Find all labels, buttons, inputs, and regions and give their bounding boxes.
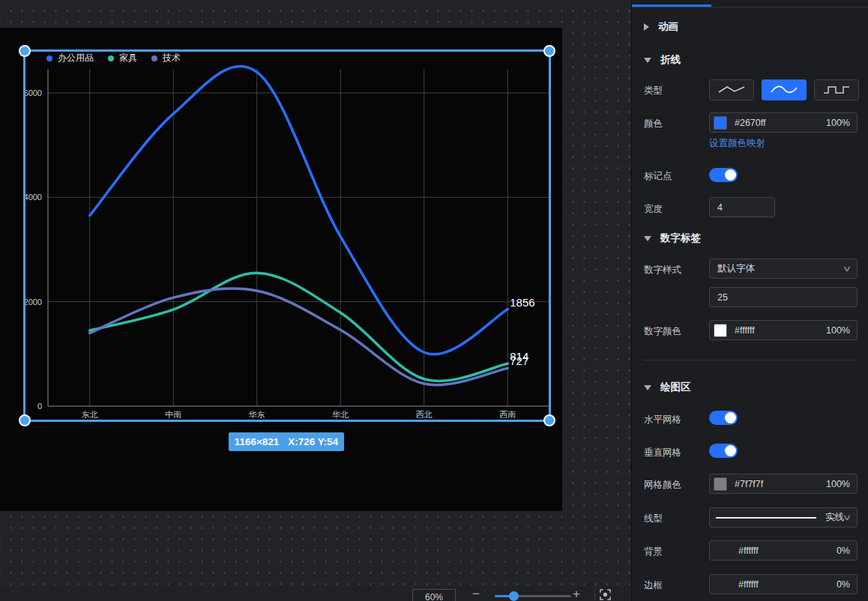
y-axis-tick-label: 0 xyxy=(37,402,42,411)
resize-handle-top-left[interactable] xyxy=(19,45,31,57)
section-line[interactable]: 折线 xyxy=(644,54,681,66)
number-size-input[interactable]: 25 xyxy=(709,287,858,307)
section-animation-label: 动画 xyxy=(658,20,678,34)
line-width-input[interactable]: 4 xyxy=(709,197,775,217)
number-color-field[interactable]: #ffffff 100% xyxy=(709,320,858,340)
line-color-opacity: 100% xyxy=(826,118,850,128)
number-size-value: 25 xyxy=(717,292,728,303)
data-point-label: 727 xyxy=(510,354,528,367)
grid-color-opacity: 100% xyxy=(826,479,850,489)
x-axis-tick-label: 华北 xyxy=(331,410,349,419)
step-line-icon xyxy=(822,82,852,97)
zoom-level-value: 60% xyxy=(425,592,443,601)
fit-to-screen-icon[interactable] xyxy=(599,588,612,601)
line-color-field[interactable]: #2670ff 100% xyxy=(709,112,858,133)
grid-color-hex: #7f7f7f xyxy=(735,479,763,489)
y-axis-tick-label: 4000 xyxy=(24,193,42,202)
number-color-hex: #ffffff xyxy=(735,325,755,336)
number-color-opacity: 100% xyxy=(826,325,850,336)
panel-tab-divider xyxy=(632,7,868,7)
border-label: 边框 xyxy=(644,579,663,592)
number-style-label: 数字样式 xyxy=(644,264,681,277)
legend-label: 办公用品 xyxy=(58,52,94,64)
vgrid-label: 垂直网格 xyxy=(644,447,681,459)
line-style-label: 线型 xyxy=(644,513,663,525)
zoom-in-button[interactable]: + xyxy=(573,587,580,601)
x-axis-tick-label: 华东 xyxy=(248,410,265,419)
size-position-tooltip: 1166×821 X:726 Y:54 xyxy=(229,432,344,451)
series-line xyxy=(90,66,508,354)
section-line-label: 折线 xyxy=(660,53,681,67)
background-color-hex: #ffffff xyxy=(738,546,759,556)
x-axis-tick-label: 东北 xyxy=(82,410,98,419)
y-axis-tick-label: 6000 xyxy=(24,88,42,97)
zoom-slider-track[interactable] xyxy=(495,595,571,597)
resize-handle-bottom-left[interactable] xyxy=(19,414,31,426)
line-style-select[interactable]: 实线 ∨ xyxy=(709,507,858,528)
number-style-select[interactable]: 默认字体 ∨ xyxy=(709,259,858,279)
number-style-value: 默认字体 xyxy=(717,262,755,275)
line-color-hex: #2670ff xyxy=(735,118,765,128)
legend-dot-icon xyxy=(46,55,52,61)
zoom-level-select[interactable]: 60% xyxy=(412,589,456,601)
legend-item[interactable]: 家具 xyxy=(108,52,137,64)
line-type-straight-button[interactable] xyxy=(709,79,754,100)
toggle-knob xyxy=(725,445,736,456)
background-color-field[interactable]: #ffffff 0% xyxy=(709,540,858,561)
type-label: 类型 xyxy=(644,85,663,97)
resize-handle-top-right[interactable] xyxy=(543,45,555,57)
background-opacity: 0% xyxy=(837,546,850,556)
section-animation[interactable]: 动画 xyxy=(644,21,678,33)
chevron-down-icon: ∨ xyxy=(843,513,852,522)
toggle-knob xyxy=(725,169,736,181)
zigzag-line-icon xyxy=(717,82,747,97)
zoom-slider-knob[interactable] xyxy=(509,591,519,601)
border-color-field[interactable]: #ffffff 0% xyxy=(709,574,858,594)
grid-color-swatch[interactable] xyxy=(714,477,727,491)
section-divider xyxy=(644,360,858,360)
horizontal-grid-toggle[interactable] xyxy=(709,411,738,425)
active-tab-indicator xyxy=(632,4,711,7)
legend-dot-icon xyxy=(151,55,157,61)
smooth-curve-icon xyxy=(769,82,799,97)
x-axis-tick-label: 西南 xyxy=(499,410,516,419)
vertical-grid-toggle[interactable] xyxy=(709,444,738,458)
border-opacity: 0% xyxy=(837,579,850,590)
properties-panel: 动画 折线 类型 颜色 #2670ff 100% 设置颜色映射 标记点 宽度 4… xyxy=(631,0,868,601)
line-color-swatch[interactable] xyxy=(714,116,727,130)
zoom-out-button[interactable]: − xyxy=(472,587,480,601)
x-axis-tick-label: 中南 xyxy=(165,410,181,419)
border-color-hex: #ffffff xyxy=(738,579,759,590)
section-number-label-text: 数字标签 xyxy=(660,232,701,245)
marker-toggle[interactable] xyxy=(709,168,738,182)
number-color-swatch[interactable] xyxy=(714,324,727,337)
zoom-bar: 60% − + xyxy=(0,587,630,601)
color-label: 颜色 xyxy=(644,118,663,130)
grid-color-label: 网格颜色 xyxy=(644,479,681,492)
series-line xyxy=(90,289,508,385)
x-axis-tick-label: 西北 xyxy=(416,410,433,419)
legend-dot-icon xyxy=(108,55,114,61)
expanded-arrow-icon xyxy=(644,58,651,63)
legend-label: 家具 xyxy=(119,52,137,64)
color-mapping-link[interactable]: 设置颜色映射 xyxy=(709,137,765,150)
tooltip-coords: X:726 Y:54 xyxy=(288,436,338,447)
number-color-label: 数字颜色 xyxy=(644,325,681,338)
section-plot-area[interactable]: 绘图区 xyxy=(644,381,691,393)
legend-item[interactable]: 技术 xyxy=(151,52,181,64)
design-workspace[interactable]: 东北中南华东华北西北西南02000400060001856814727 办公用品… xyxy=(0,0,631,601)
line-type-step-button[interactable] xyxy=(814,79,859,100)
legend-item[interactable]: 办公用品 xyxy=(46,52,94,64)
section-number-label[interactable]: 数字标签 xyxy=(644,232,701,244)
width-label: 宽度 xyxy=(644,203,663,216)
solid-line-sample xyxy=(716,517,816,519)
grid-color-field[interactable]: #7f7f7f 100% xyxy=(709,474,858,494)
resize-handle-bottom-right[interactable] xyxy=(543,414,555,426)
legend-label: 技术 xyxy=(163,52,181,64)
expanded-arrow-icon xyxy=(644,385,651,390)
data-point-label: 1856 xyxy=(510,296,534,309)
series-line xyxy=(90,273,508,381)
y-axis-tick-label: 2000 xyxy=(24,298,42,306)
collapsed-arrow-icon xyxy=(644,23,649,31)
line-type-smooth-button[interactable] xyxy=(762,79,807,100)
